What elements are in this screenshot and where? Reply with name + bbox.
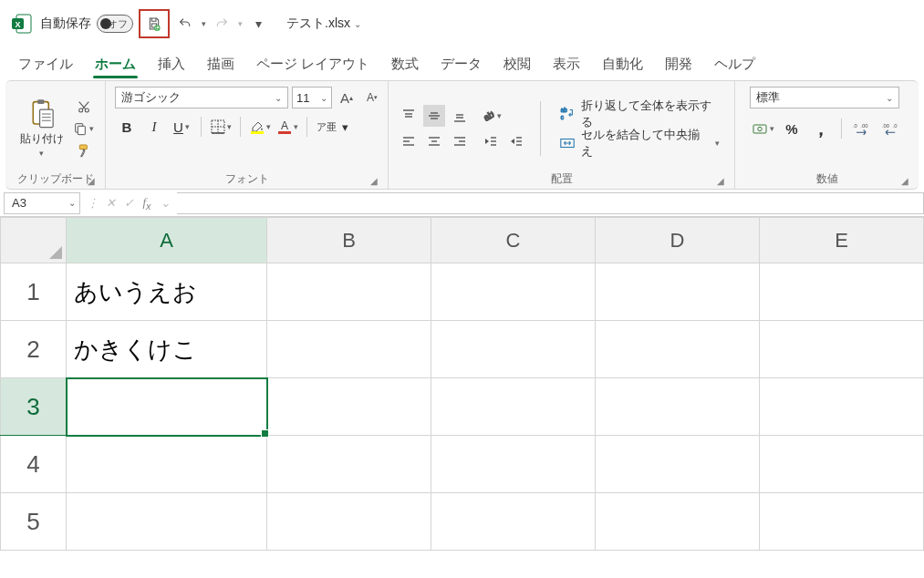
accounting-format-button[interactable]: ▾: [750, 116, 775, 141]
ribbon-tabs: ファイル ホーム 挿入 描画 ページ レイアウト 数式 データ 校閲 表示 自動…: [0, 47, 924, 80]
number-launcher[interactable]: ◢: [898, 174, 911, 187]
tab-insert[interactable]: 挿入: [147, 50, 196, 80]
cancel-formula-button[interactable]: ✕: [102, 196, 119, 210]
cell-E4[interactable]: [760, 436, 924, 493]
cell-A1[interactable]: あいうえお: [67, 263, 267, 321]
decrease-font-button[interactable]: A▾: [361, 88, 383, 108]
row-header-4[interactable]: 4: [1, 436, 67, 493]
decrease-indent-button[interactable]: [480, 130, 502, 152]
cell-A3[interactable]: [67, 378, 267, 436]
select-all-corner[interactable]: [1, 218, 67, 263]
align-center-button[interactable]: [423, 130, 445, 152]
tab-formulas[interactable]: 数式: [380, 50, 430, 80]
tab-help[interactable]: ヘルプ: [703, 50, 766, 80]
cell-D1[interactable]: [596, 263, 760, 321]
font-name-select[interactable]: 游ゴシック ⌄: [115, 87, 288, 108]
col-header-A[interactable]: A: [67, 218, 267, 263]
decrease-decimal-button[interactable]: .00.0: [878, 116, 904, 141]
save-button[interactable]: [144, 14, 164, 34]
row-header-2[interactable]: 2: [1, 321, 67, 378]
percent-button[interactable]: %: [779, 116, 805, 141]
group-font: 游ゴシック ⌄ 11 ⌄ A▴ A▾ B I U▾ ▾ ▾ A▾: [106, 81, 389, 189]
tab-home[interactable]: ホーム: [84, 50, 147, 80]
row-header-5[interactable]: 5: [1, 493, 67, 551]
increase-font-button[interactable]: A▴: [336, 88, 358, 108]
paste-button[interactable]: 貼り付け ▾: [16, 97, 67, 160]
qat-customize[interactable]: ▾: [248, 14, 268, 34]
underline-button[interactable]: U▾: [170, 116, 193, 138]
cell-B3[interactable]: [267, 378, 431, 436]
enter-formula-button[interactable]: ✓: [120, 196, 137, 210]
bold-button[interactable]: B: [115, 116, 139, 138]
borders-button[interactable]: ▾: [209, 116, 233, 138]
tab-data[interactable]: データ: [430, 50, 493, 80]
cell-C1[interactable]: [431, 263, 596, 321]
phonetic-dropdown[interactable]: ▾: [342, 120, 348, 134]
row-header-3[interactable]: 3: [1, 378, 67, 436]
orientation-button[interactable]: ab▾: [480, 105, 502, 127]
redo-button[interactable]: [212, 14, 232, 34]
undo-dropdown[interactable]: ▾: [202, 19, 206, 28]
cell-A4[interactable]: [67, 436, 267, 493]
merge-center-button[interactable]: セルを結合して中央揃え ▾: [554, 131, 725, 155]
cell-E2[interactable]: [760, 321, 924, 378]
align-bottom-button[interactable]: [449, 105, 471, 127]
font-launcher[interactable]: ◢: [368, 174, 380, 187]
align-top-button[interactable]: [398, 105, 420, 127]
row-header-1[interactable]: 1: [1, 263, 67, 321]
increase-decimal-button[interactable]: .0.00: [849, 116, 875, 141]
col-header-E[interactable]: E: [760, 218, 924, 263]
redo-dropdown[interactable]: ▾: [238, 19, 243, 28]
tab-file[interactable]: ファイル: [7, 50, 84, 80]
cell-E1[interactable]: [760, 263, 924, 321]
clipboard-launcher[interactable]: ◢: [85, 174, 98, 187]
name-box[interactable]: A3 ⌄: [4, 192, 80, 214]
fill-color-button[interactable]: ▾: [248, 116, 272, 138]
cell-B2[interactable]: [267, 321, 431, 378]
font-color-button[interactable]: A▾: [275, 116, 299, 138]
align-right-button[interactable]: [449, 130, 471, 152]
increase-indent-button[interactable]: [505, 130, 527, 152]
cell-E3[interactable]: [760, 378, 924, 436]
comma-button[interactable]: ，: [808, 116, 834, 141]
file-title[interactable]: テスト.xlsx ⌄: [286, 15, 361, 32]
cut-button[interactable]: [73, 97, 95, 117]
cell-D2[interactable]: [596, 321, 760, 378]
tab-review[interactable]: 校閲: [493, 50, 542, 80]
col-header-B[interactable]: B: [267, 218, 431, 263]
cell-D5[interactable]: [596, 493, 760, 551]
cell-C5[interactable]: [431, 493, 596, 551]
autosave-toggle[interactable]: オフ: [97, 15, 133, 33]
cell-D4[interactable]: [596, 436, 760, 493]
cell-B5[interactable]: [267, 493, 431, 551]
cell-C4[interactable]: [431, 436, 596, 493]
tab-draw[interactable]: 描画: [196, 50, 245, 80]
alignment-launcher[interactable]: ◢: [714, 174, 727, 187]
phonetic-button[interactable]: ア亜: [315, 116, 338, 138]
cell-A2[interactable]: かきくけこ: [67, 321, 267, 378]
cell-D3[interactable]: [596, 378, 760, 436]
cell-B1[interactable]: [267, 263, 431, 321]
font-size-select[interactable]: 11 ⌄: [292, 87, 332, 108]
col-header-D[interactable]: D: [596, 218, 760, 263]
cell-A5[interactable]: [67, 493, 267, 551]
number-format-select[interactable]: 標準 ⌄: [750, 87, 899, 108]
insert-function-button[interactable]: fx: [139, 195, 155, 212]
cell-C2[interactable]: [431, 321, 596, 378]
tab-pagelayout[interactable]: ページ レイアウト: [245, 50, 380, 80]
tab-developer[interactable]: 開発: [654, 50, 703, 80]
undo-button[interactable]: [175, 14, 195, 34]
italic-button[interactable]: I: [142, 116, 166, 138]
tab-automate[interactable]: 自動化: [591, 50, 654, 80]
align-left-button[interactable]: [398, 130, 420, 152]
cell-B4[interactable]: [267, 436, 431, 493]
wrap-text-button[interactable]: abc 折り返して全体を表示する: [554, 102, 725, 126]
cell-C3[interactable]: [431, 378, 596, 436]
format-painter-button[interactable]: [73, 140, 95, 160]
cell-E5[interactable]: [760, 493, 924, 551]
copy-button[interactable]: ▾: [73, 119, 95, 139]
tab-view[interactable]: 表示: [542, 50, 591, 80]
formula-input[interactable]: [177, 192, 924, 214]
col-header-C[interactable]: C: [431, 218, 596, 263]
align-middle-button[interactable]: [423, 105, 445, 127]
